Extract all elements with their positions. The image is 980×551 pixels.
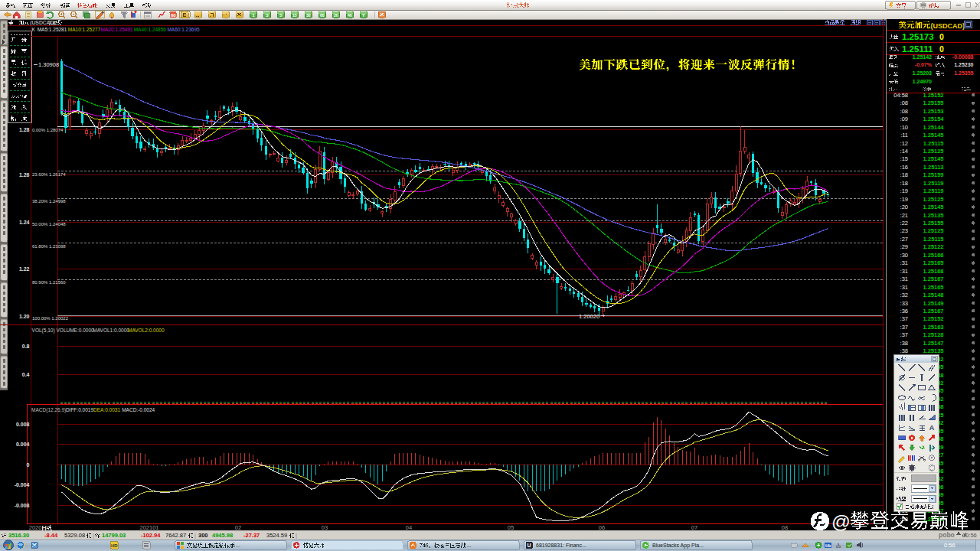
svg-text:7642.87: 7642.87 bbox=[165, 532, 186, 539]
svg-text:-0.00088: -0.00088 bbox=[952, 54, 974, 60]
svg-text::12: :12 bbox=[900, 140, 908, 147]
svg-text:1.25125: 1.25125 bbox=[923, 148, 943, 155]
svg-text:1.25152: 1.25152 bbox=[923, 315, 943, 322]
svg-text:MAVOL1:0.0000: MAVOL1:0.0000 bbox=[93, 328, 129, 333]
svg-text::31: :31 bbox=[900, 284, 908, 291]
svg-text:0: 0 bbox=[939, 32, 944, 41]
svg-text:0: 0 bbox=[939, 44, 944, 54]
svg-text:1.25153: 1.25153 bbox=[923, 108, 943, 115]
svg-text::37: :37 bbox=[900, 315, 908, 322]
svg-text:1.25125: 1.25125 bbox=[923, 227, 943, 234]
svg-text:-0.008: -0.008 bbox=[15, 503, 30, 508]
svg-text::08: :08 bbox=[900, 99, 908, 106]
svg-text:60: 60 bbox=[171, 13, 176, 18]
svg-text:-102.94: -102.94 bbox=[141, 532, 161, 539]
svg-text:MACD:-0.0024: MACD:-0.0024 bbox=[122, 407, 155, 412]
svg-text:0.00% 1.28074: 0.00% 1.28074 bbox=[32, 128, 64, 132]
svg-text:HD: HD bbox=[111, 543, 118, 548]
svg-text:DEA:0.0031: DEA:0.0031 bbox=[93, 407, 120, 412]
svg-text:1.25125: 1.25125 bbox=[923, 196, 943, 203]
svg-text:1.25122: 1.25122 bbox=[923, 243, 943, 250]
svg-text::38: :38 bbox=[900, 347, 908, 354]
svg-text:1.25163: 1.25163 bbox=[923, 324, 943, 331]
svg-text::18: :18 bbox=[900, 171, 908, 178]
svg-text:1.25167: 1.25167 bbox=[923, 276, 943, 282]
svg-text:0:56: 0:56 bbox=[944, 542, 956, 549]
svg-text:DIFF:0.0019: DIFF:0.0019 bbox=[66, 407, 94, 412]
svg-text::21: :21 bbox=[900, 212, 908, 219]
svg-text:202011: 202011 bbox=[29, 524, 47, 531]
svg-text:VOLUME:0.0000: VOLUME:0.0000 bbox=[57, 328, 95, 333]
svg-text:1.25111: 1.25111 bbox=[902, 44, 933, 54]
svg-text:1.25155: 1.25155 bbox=[923, 99, 943, 106]
svg-text:1.25355: 1.25355 bbox=[954, 70, 973, 76]
svg-text:06: 06 bbox=[599, 524, 605, 531]
svg-text:...: ... bbox=[467, 543, 472, 548]
svg-text:MACD(12,26,9): MACD(12,26,9) bbox=[31, 407, 66, 413]
svg-text:-0.004: -0.004 bbox=[15, 482, 30, 487]
svg-text::15: :15 bbox=[900, 155, 908, 162]
svg-text:MA20:1.25491: MA20:1.25491 bbox=[100, 27, 133, 32]
svg-text::30: :30 bbox=[900, 252, 908, 259]
svg-text:1.25154: 1.25154 bbox=[923, 116, 944, 122]
svg-text:1.25230: 1.25230 bbox=[954, 62, 973, 67]
svg-text:1.25159: 1.25159 bbox=[923, 171, 943, 178]
svg-text:1.26: 1.26 bbox=[19, 172, 30, 178]
svg-text:02: 02 bbox=[235, 524, 241, 531]
svg-text:...: ... bbox=[236, 543, 240, 548]
svg-text:Hb: Hb bbox=[825, 543, 831, 548]
svg-text:|: | bbox=[194, 532, 196, 539]
svg-text::10: :10 bbox=[900, 124, 908, 131]
svg-text:1.25144: 1.25144 bbox=[923, 124, 944, 131]
svg-text:MA10:1.25277: MA10:1.25277 bbox=[68, 27, 101, 32]
svg-text:61.80% 1.23098: 61.80% 1.23098 bbox=[32, 244, 66, 249]
svg-text::18: :18 bbox=[900, 180, 908, 187]
svg-text:2h: 2h bbox=[334, 13, 338, 18]
svg-text:1.25148: 1.25148 bbox=[923, 292, 943, 298]
svg-text:0.4: 0.4 bbox=[22, 372, 30, 377]
svg-text:04: 04 bbox=[406, 524, 412, 531]
svg-text::11: :11 bbox=[900, 132, 908, 139]
svg-text:1.25142: 1.25142 bbox=[913, 54, 932, 60]
svg-text:80.90% 1.21560: 80.90% 1.21560 bbox=[32, 280, 66, 285]
svg-text:VOL(5,10): VOL(5,10) bbox=[32, 328, 55, 334]
svg-text:1.20: 1.20 bbox=[19, 314, 30, 319]
svg-text:1.25165: 1.25165 bbox=[923, 284, 943, 291]
svg-text:08: 08 bbox=[782, 524, 788, 531]
svg-text:Y: Y bbox=[362, 13, 365, 18]
svg-text:|: | bbox=[296, 532, 297, 539]
svg-text:1.30908: 1.30908 bbox=[38, 61, 59, 68]
svg-text:1.20020: 1.20020 bbox=[579, 313, 599, 320]
svg-text::29: :29 bbox=[900, 243, 908, 250]
svg-text:100.00% 1.20022: 100.00% 1.20022 bbox=[32, 316, 69, 321]
svg-text:1.25152: 1.25152 bbox=[923, 92, 943, 99]
svg-text:1.25173: 1.25173 bbox=[902, 32, 934, 41]
svg-text::16: :16 bbox=[900, 164, 908, 171]
svg-text:50.00% 1.24048: 50.00% 1.24048 bbox=[32, 222, 66, 227]
svg-text:1.25135: 1.25135 bbox=[923, 347, 943, 354]
svg-text:MA60:1.23695: MA60:1.23695 bbox=[167, 27, 200, 32]
svg-text:1.25145: 1.25145 bbox=[923, 155, 943, 162]
svg-text:pobo: pobo bbox=[939, 531, 955, 539]
svg-text:300: 300 bbox=[198, 532, 208, 539]
svg-text:1.25168: 1.25168 bbox=[923, 268, 943, 275]
svg-text:5329.08: 5329.08 bbox=[64, 532, 85, 539]
svg-text::08: :08 bbox=[900, 108, 908, 115]
svg-text::31: :31 bbox=[900, 268, 908, 275]
svg-text:MAVOL2:0.0000: MAVOL2:0.0000 bbox=[128, 328, 165, 333]
svg-text::14: :14 bbox=[900, 148, 908, 155]
svg-text:0.004: 0.004 bbox=[16, 442, 30, 447]
svg-text:03: 03 bbox=[322, 524, 328, 531]
svg-text:1.25115: 1.25115 bbox=[923, 236, 944, 243]
svg-text::19: :19 bbox=[900, 187, 908, 194]
svg-text::37: :37 bbox=[900, 331, 908, 338]
svg-text::32: :32 bbox=[900, 292, 908, 298]
svg-text:1.25145: 1.25145 bbox=[923, 204, 943, 210]
svg-text:3524.59: 3524.59 bbox=[266, 532, 287, 539]
svg-text:-27.37: -27.37 bbox=[243, 532, 260, 539]
svg-text:30: 30 bbox=[306, 13, 311, 18]
svg-text:@: @ bbox=[831, 511, 851, 532]
svg-text:1.25149: 1.25149 bbox=[923, 300, 943, 307]
svg-text:1.28: 1.28 bbox=[19, 127, 30, 132]
svg-text:15: 15 bbox=[292, 13, 297, 18]
